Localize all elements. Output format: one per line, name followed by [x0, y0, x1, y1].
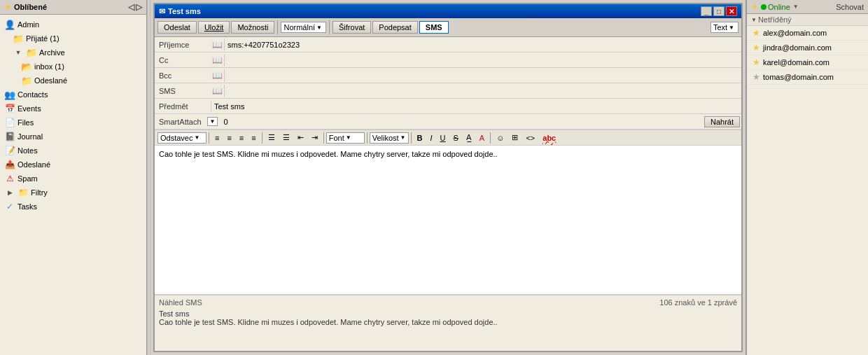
sidebar-item-files[interactable]: 📄 Files [1, 116, 145, 130]
indent-button[interactable]: ⇥ [308, 132, 321, 144]
spellcheck-button[interactable]: abc [539, 132, 559, 144]
right-header-left: ★ Online ▼ [751, 2, 799, 11]
cc-book-icon[interactable]: 📖 [211, 54, 225, 67]
table-button[interactable]: ⊞ [508, 132, 522, 144]
smartattach-row: SmartAttach ▼ 0 Nahrát [155, 114, 741, 130]
files-icon: 📄 [4, 117, 15, 128]
normal-dropdown[interactable]: Normální ▼ [281, 22, 326, 33]
sms-input[interactable] [225, 85, 741, 97]
save-button[interactable]: Uložit [198, 21, 230, 34]
bcc-input[interactable] [225, 70, 741, 81]
send-button[interactable]: Odeslat [158, 21, 197, 34]
hide-button[interactable]: Schovat [836, 3, 864, 11]
contact-item-tomas[interactable]: ★ tomas@domain.com [747, 70, 868, 85]
preview-label: Náhled SMS [159, 298, 202, 307]
sms-book-icon[interactable]: 📖 [211, 85, 225, 97]
underline-button[interactable]: U [437, 132, 449, 144]
right-panel-header: ★ Online ▼ Schovat [747, 0, 868, 14]
sms-row: SMS 📖 [155, 83, 741, 99]
sidebar-user-label: Admin [18, 20, 39, 29]
spam-icon: ⚠ [4, 173, 15, 184]
hide-label: Schovat [836, 3, 864, 11]
toolbar-separator-2 [329, 20, 330, 34]
section-label: Netříděný [758, 15, 792, 24]
cc-row: Cc 📖 [155, 53, 741, 68]
sidebar-item-odeslane[interactable]: 📤 Odeslané [1, 158, 145, 172]
sidebar-item-label: Odeslané [18, 160, 50, 169]
contact-item-alex[interactable]: ★ alex@domain.com [747, 26, 868, 41]
paragraph-label: Odstavec [160, 134, 192, 142]
subject-input[interactable] [211, 101, 741, 112]
outdent-button[interactable]: ⇤ [294, 132, 307, 144]
contact-item-karel[interactable]: ★ karel@domain.com [747, 55, 868, 70]
text-label: Text [713, 23, 727, 32]
fmt-sep-4 [367, 132, 368, 144]
smartattach-dropdown[interactable]: ▼ [207, 117, 218, 126]
encrypt-button[interactable]: Šifrovat [332, 21, 371, 34]
right-section-label: ▼ Netříděný [747, 14, 868, 26]
contact-email: jindra@domain.com [763, 43, 832, 52]
sidebar-item-events[interactable]: 📅 Events [1, 102, 145, 116]
italic-button[interactable]: I [426, 132, 435, 144]
sidebar-item-notes[interactable]: 📝 Notes [1, 144, 145, 158]
align-left-button[interactable]: ≡ [211, 132, 223, 144]
sidebar-item-prijate[interactable]: 📁 Přijaté (1) [1, 32, 145, 46]
minimize-button[interactable]: _ [701, 6, 712, 16]
sidebar-expand-icon[interactable]: ▷ [136, 2, 142, 12]
bcc-label: Bcc [155, 71, 211, 80]
sidebar-item-odeslane-sub[interactable]: 📁 Odeslané [1, 74, 145, 88]
sign-button[interactable]: Podepsat [372, 21, 417, 34]
sidebar-item-journal[interactable]: 📓 Journal [1, 130, 145, 144]
font-label: Font [329, 134, 344, 142]
strikethrough-button[interactable]: S [450, 132, 462, 144]
online-badge: Online [761, 3, 790, 11]
font-dropdown[interactable]: Font ▼ [326, 132, 365, 144]
sidebar-item-archive[interactable]: ▼ 📁 Archive [1, 46, 145, 60]
paragraph-dropdown[interactable]: Odstavec ▼ [158, 132, 206, 144]
text-dropdown[interactable]: Text ▼ [710, 22, 738, 33]
fmt-sep-2 [262, 132, 262, 144]
sidebar-item-label: Odeslané [34, 76, 67, 85]
to-book-icon[interactable]: 📖 [211, 39, 225, 51]
ul-button[interactable]: ☰ [265, 132, 279, 144]
sidebar-item-spam[interactable]: ⚠ Spam [1, 172, 145, 186]
size-dropdown[interactable]: Velikost ▼ [370, 132, 409, 144]
sidebar-item-tasks[interactable]: ✓ Tasks [1, 200, 145, 214]
sidebar-item-inbox[interactable]: 📂 inbox (1) [1, 60, 145, 74]
compose-editor[interactable] [155, 146, 741, 295]
sidebar-item-label: Filtry [31, 188, 48, 197]
options-button[interactable]: Možnosti [231, 21, 274, 34]
align-justify-button[interactable]: ≡ [248, 132, 259, 144]
sidebar-item-label: Přijaté (1) [26, 34, 59, 43]
font-color-button[interactable]: A [476, 132, 488, 144]
email-title-icon: ✉ [159, 7, 165, 16]
highlight-button[interactable]: A̲ [463, 132, 475, 144]
smiley-button[interactable]: ☺ [493, 132, 507, 144]
upload-button[interactable]: Nahrát [704, 116, 740, 127]
align-right-button[interactable]: ≡ [236, 132, 247, 144]
sms-preview-header: Náhled SMS 106 znaků ve 1 zprávě [159, 298, 737, 307]
sidebar-user[interactable]: 👤 Admin [1, 18, 145, 32]
sms-preview: Náhled SMS 106 znaků ve 1 zprávě Test sm… [155, 295, 741, 351]
notes-icon: 📝 [4, 145, 15, 156]
ol-button[interactable]: ☰ [279, 132, 293, 144]
html-button[interactable]: <> [522, 132, 538, 144]
contact-item-jindra[interactable]: ★ jindra@domain.com [747, 41, 868, 55]
events-icon: 📅 [4, 103, 15, 114]
folder-icon: 📁 [21, 75, 32, 86]
bcc-book-icon[interactable]: 📖 [211, 69, 225, 82]
sidebar-toggle-icon[interactable]: ◁ [128, 2, 134, 12]
sidebar-item-filtry[interactable]: ▶ 📁 Filtry [1, 186, 145, 200]
sidebar-item-contacts[interactable]: 👥 Contacts [1, 88, 145, 102]
sms-button[interactable]: SMS [419, 21, 449, 34]
align-center-button[interactable]: ≡ [223, 132, 234, 144]
cc-input[interactable] [225, 55, 741, 66]
maximize-button[interactable]: □ [713, 6, 724, 16]
star-icon-5: ★ [752, 57, 760, 67]
to-input[interactable] [225, 39, 741, 50]
bold-button[interactable]: B [414, 132, 426, 144]
star-icon: ★ [4, 3, 11, 12]
compose-body: Náhled SMS 106 znaků ve 1 zprávě Test sm… [155, 146, 741, 351]
star-icon-3: ★ [752, 28, 760, 38]
close-button[interactable]: ✕ [726, 6, 737, 16]
